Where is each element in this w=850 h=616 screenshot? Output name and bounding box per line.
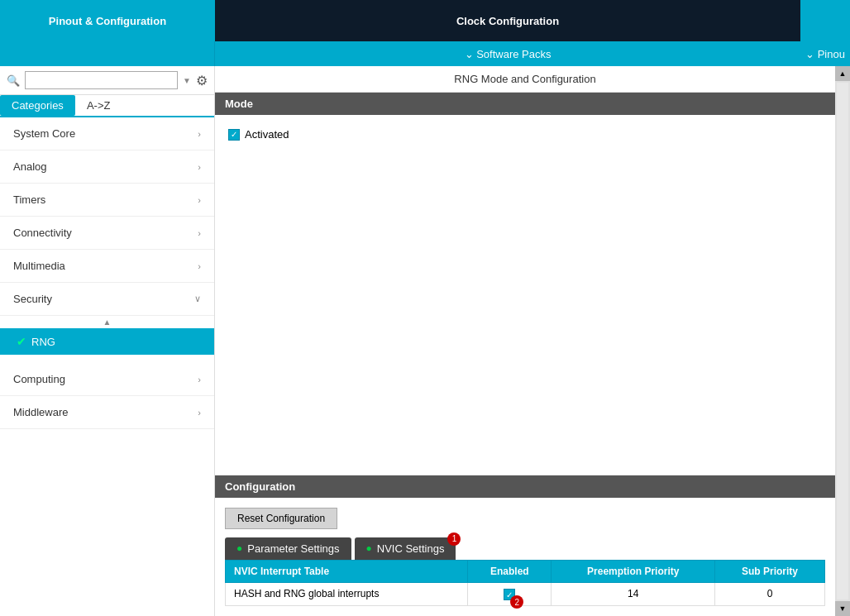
sidebar-item-system-core[interactable]: System Core › (0, 117, 214, 150)
content-area: RNG Mode and Configuration Mode ✓ Activa… (215, 66, 835, 616)
sidebar-item-middleware[interactable]: Middleware › (0, 396, 214, 429)
content-title: RNG Mode and Configuration (215, 66, 835, 93)
tabs-row: ● Parameter Settings ● NVIC Settings 1 (225, 537, 825, 560)
scroll-down-button[interactable]: ▼ (835, 601, 850, 616)
interrupt-name: HASH and RNG global interrupts (226, 582, 468, 606)
col-sub-priority: Sub Priority (715, 560, 825, 582)
dropdown-arrow-icon: ▼ (183, 76, 191, 85)
sidebar-item-analog[interactable]: Analog › (0, 150, 214, 184)
chevron-right-icon: › (198, 408, 201, 418)
sidebar-item-multimedia[interactable]: Multimedia › (0, 250, 214, 283)
rng-label: RNG (31, 336, 55, 348)
sidebar-item-security[interactable]: Security ∨ (0, 283, 214, 316)
preemption-value: 14 (552, 582, 715, 606)
pinout-label: Pinout & Configuration (49, 15, 166, 27)
chevron-right-icon: › (198, 261, 201, 271)
sub-left (0, 41, 215, 66)
software-packs-label: ⌄ Software Packs (465, 48, 552, 60)
sidebar-item-connectivity[interactable]: Connectivity › (0, 217, 214, 250)
enabled-cell[interactable]: ✓ 2 (468, 582, 552, 606)
activated-label: Activated (245, 128, 289, 141)
tab-az[interactable]: A->Z (75, 95, 122, 116)
scroll-up-button[interactable]: ▲ (835, 66, 850, 81)
sidebar-item-timers[interactable]: Timers › (0, 184, 214, 217)
clock-label: Clock Configuration (456, 15, 559, 27)
sidebar-item-computing[interactable]: Computing › (0, 363, 214, 396)
col-interrupt: NVIC Interrupt Table (226, 560, 468, 582)
activated-checkbox[interactable]: ✓ (228, 129, 240, 141)
tab-parameter-settings[interactable]: ● Parameter Settings (225, 537, 351, 560)
clock-config-header[interactable]: Clock Configuration (215, 0, 800, 41)
search-input[interactable] (25, 71, 178, 89)
mode-section: ✓ Activated (215, 115, 835, 475)
scroll-up-arrow[interactable]: ▲ (0, 316, 214, 328)
sub-priority-value: 0 (715, 582, 825, 606)
tab-nvic-settings[interactable]: ● NVIC Settings 1 (355, 537, 456, 560)
gear-icon[interactable]: ⚙ (196, 73, 208, 88)
table-row: HASH and RNG global interrupts ✓ 2 14 0 (226, 582, 825, 606)
activated-row: ✓ Activated (228, 128, 822, 141)
tab-categories[interactable]: Categories (0, 95, 75, 116)
search-bar: 🔍 ▼ ⚙ (0, 66, 214, 95)
check-circle-icon: ✔ (17, 335, 26, 348)
row-badge: 2 (510, 595, 523, 609)
config-section-header: Configuration (215, 475, 835, 498)
chevron-right-icon: › (198, 162, 201, 172)
chevron-right-icon: › (198, 195, 201, 205)
sidebar-item-rng[interactable]: ✔ RNG (0, 328, 214, 355)
software-packs-dropdown[interactable]: ⌄ Software Packs (215, 41, 800, 66)
nvic-table: NVIC Interrupt Table Enabled Preemption … (225, 560, 825, 607)
col-enabled: Enabled (468, 560, 552, 582)
header-right (800, 0, 850, 41)
chevron-right-icon: › (198, 228, 201, 238)
pinout-dropdown[interactable]: ⌄ Pinou (800, 41, 850, 66)
config-section: Reset Configuration ● Parameter Settings… (215, 498, 835, 617)
pinout-config-header: Pinout & Configuration (0, 0, 215, 41)
chevron-down-icon: ∨ (194, 294, 201, 304)
category-tabs: Categories A->Z (0, 95, 214, 117)
search-icon: 🔍 (7, 74, 20, 87)
nvic-badge: 1 (447, 532, 461, 546)
mode-section-header: Mode (215, 93, 835, 115)
chevron-right-icon: › (198, 129, 201, 139)
check-circle-icon: ● (236, 542, 242, 554)
check-circle-icon: ● (366, 542, 372, 554)
scrollbar[interactable]: ▲ ▼ (835, 66, 850, 616)
reset-config-button[interactable]: Reset Configuration (225, 508, 337, 529)
chevron-right-icon: › (198, 375, 201, 384)
sidebar: 🔍 ▼ ⚙ Categories A->Z System Core › (0, 66, 215, 616)
scroll-track (837, 83, 848, 599)
nav-items: System Core › Analog › Timers › Connecti… (0, 117, 214, 616)
col-preemption: Preemption Priority (552, 560, 715, 582)
pinout-label2: ⌄ Pinou (805, 48, 845, 60)
